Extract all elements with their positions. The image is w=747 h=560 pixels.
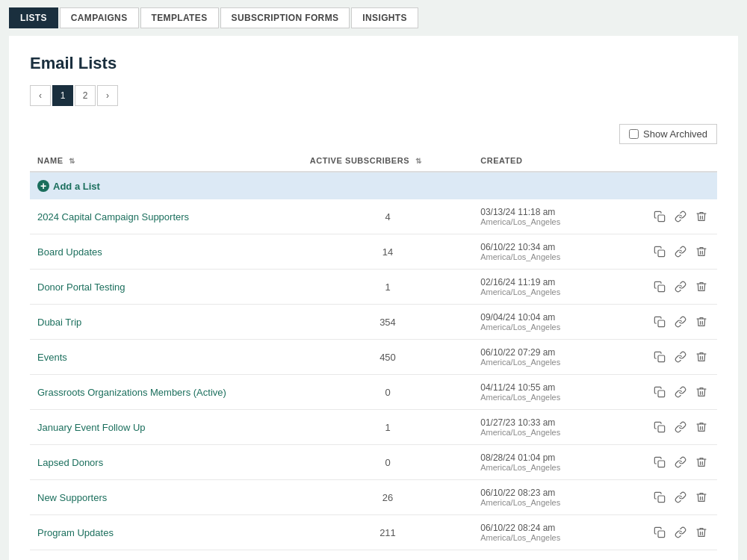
list-name-cell: New Supporters: [30, 480, 303, 515]
table-row: Grassroots Organizations Members (Active…: [30, 375, 717, 410]
svg-rect-5: [658, 391, 665, 397]
list-name-link[interactable]: Dubai Trip: [37, 317, 81, 328]
subscribers-count: 1: [303, 270, 473, 305]
delete-icon[interactable]: [693, 314, 710, 330]
list-name-link[interactable]: New Supporters: [37, 492, 107, 503]
list-name-cell: January Event Follow Up: [30, 410, 303, 445]
add-list-button[interactable]: + Add a List: [37, 180, 100, 192]
pagination: ‹ 1 2 ›: [30, 85, 717, 106]
list-name-cell: Program Updates: [30, 515, 303, 550]
link-icon[interactable]: [672, 489, 689, 505]
email-lists-table: NAME ⇅ ACTIVE SUBSCRIBERS ⇅ CREATED +: [30, 150, 717, 550]
created-date-cell: 03/13/24 11:18 amAmerica/Los_Angeles: [473, 199, 644, 234]
delete-icon[interactable]: [693, 349, 710, 365]
copy-icon[interactable]: [651, 279, 668, 295]
pagination-page-2[interactable]: 2: [75, 85, 96, 106]
add-list-row: + Add a List: [30, 172, 717, 199]
name-sort-icon[interactable]: ⇅: [69, 157, 75, 165]
copy-icon[interactable]: [651, 349, 668, 365]
list-name-cell: Events: [30, 340, 303, 375]
pagination-prev[interactable]: ‹: [30, 85, 51, 106]
copy-icon[interactable]: [651, 384, 668, 400]
nav-tab-lists[interactable]: LISTS: [9, 7, 58, 28]
list-name-link[interactable]: Donor Portal Testing: [37, 281, 125, 293]
created-date-cell: 02/16/24 11:19 amAmerica/Los_Angeles: [473, 270, 644, 305]
copy-icon[interactable]: [651, 208, 668, 225]
subscribers-count: 450: [303, 340, 473, 375]
link-icon[interactable]: [672, 524, 689, 541]
link-icon[interactable]: [672, 349, 689, 365]
show-archived-text: Show Archived: [643, 128, 707, 140]
delete-icon[interactable]: [693, 243, 710, 260]
copy-icon[interactable]: [651, 419, 668, 435]
created-date-cell: 08/28/24 01:04 pmAmerica/Los_Angeles: [473, 445, 644, 480]
list-name-cell: Board Updates: [30, 234, 303, 270]
link-icon[interactable]: [672, 208, 689, 225]
actions-cell: [644, 445, 717, 480]
pagination-next[interactable]: ›: [97, 85, 118, 106]
show-archived-checkbox[interactable]: [629, 129, 639, 139]
copy-icon[interactable]: [651, 524, 668, 541]
delete-icon[interactable]: [693, 419, 710, 435]
list-name-link[interactable]: January Event Follow Up: [37, 422, 146, 433]
copy-icon[interactable]: [651, 243, 668, 260]
nav-tab-subscription-forms[interactable]: SUBSCRIPTION FORMS: [220, 7, 350, 28]
link-icon[interactable]: [672, 243, 689, 260]
delete-icon[interactable]: [693, 524, 710, 541]
subscribers-count: 211: [303, 515, 473, 550]
nav-tab-insights[interactable]: INSIGHTS: [351, 7, 418, 28]
delete-icon[interactable]: [693, 384, 710, 400]
created-date-cell: 06/10/22 07:29 amAmerica/Los_Angeles: [473, 340, 644, 375]
table-row: Dubai Trip35409/04/24 10:04 amAmerica/Lo…: [30, 305, 717, 340]
table-row: Board Updates1406/10/22 10:34 amAmerica/…: [30, 234, 717, 270]
col-header-name: NAME ⇅: [30, 150, 303, 172]
link-icon[interactable]: [672, 279, 689, 295]
delete-icon[interactable]: [693, 489, 710, 505]
link-icon[interactable]: [672, 454, 689, 470]
link-icon[interactable]: [672, 384, 689, 400]
actions-cell: [644, 515, 717, 550]
list-name-link[interactable]: Lapsed Donors: [37, 457, 103, 468]
nav-tab-campaigns[interactable]: CAMPAIGNS: [60, 7, 139, 28]
plus-icon: +: [37, 180, 49, 192]
svg-rect-8: [658, 496, 665, 503]
list-name-link[interactable]: Grassroots Organizations Members (Active…: [37, 387, 226, 398]
table-row: Events45006/10/22 07:29 amAmerica/Los_An…: [30, 340, 717, 375]
created-date-cell: 06/10/22 08:23 amAmerica/Los_Angeles: [473, 480, 644, 515]
created-date-cell: 06/10/22 08:24 amAmerica/Los_Angeles: [473, 515, 644, 550]
table-header-row: NAME ⇅ ACTIVE SUBSCRIBERS ⇅ CREATED: [30, 150, 717, 172]
list-name-cell: Grassroots Organizations Members (Active…: [30, 375, 303, 410]
subscribers-count: 0: [303, 445, 473, 480]
subscribers-sort-icon[interactable]: ⇅: [415, 157, 422, 165]
copy-icon[interactable]: [651, 314, 668, 330]
actions-cell: [644, 410, 717, 445]
table-row: 2024 Capital Campaign Supporters403/13/2…: [30, 199, 717, 234]
add-list-label: Add a List: [53, 181, 100, 192]
subscribers-count: 1: [303, 410, 473, 445]
link-icon[interactable]: [672, 419, 689, 435]
delete-icon[interactable]: [693, 208, 710, 225]
list-name-link[interactable]: Program Updates: [37, 527, 114, 538]
list-name-link[interactable]: Events: [37, 352, 67, 363]
delete-icon[interactable]: [693, 454, 710, 470]
list-name-link[interactable]: 2024 Capital Campaign Supporters: [37, 211, 189, 223]
page-title: Email Lists: [30, 54, 717, 73]
actions-cell: [644, 305, 717, 340]
nav-tab-templates[interactable]: TEMPLATES: [140, 7, 219, 28]
link-icon[interactable]: [672, 314, 689, 330]
subscribers-count: 14: [303, 234, 473, 270]
list-name-cell: Donor Portal Testing: [30, 270, 303, 305]
show-archived-label[interactable]: Show Archived: [619, 124, 717, 144]
svg-rect-2: [658, 285, 665, 292]
svg-rect-3: [658, 320, 665, 327]
list-name-link[interactable]: Board Updates: [37, 246, 102, 258]
list-name-cell: 2024 Capital Campaign Supporters: [30, 199, 303, 234]
nav-tabs: LISTSCAMPAIGNSTEMPLATESSUBSCRIPTION FORM…: [0, 0, 747, 36]
copy-icon[interactable]: [651, 454, 668, 470]
table-row: Program Updates21106/10/22 08:24 amAmeri…: [30, 515, 717, 550]
list-name-cell: Dubai Trip: [30, 305, 303, 340]
delete-icon[interactable]: [693, 279, 710, 295]
pagination-page-1[interactable]: 1: [52, 85, 73, 106]
table-row: January Event Follow Up101/27/23 10:33 a…: [30, 410, 717, 445]
copy-icon[interactable]: [651, 489, 668, 505]
